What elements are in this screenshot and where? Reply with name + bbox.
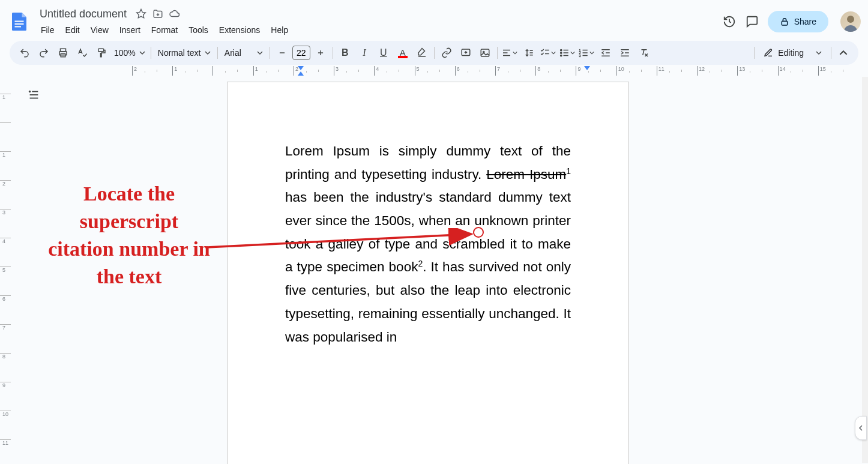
citation-superscript-1[interactable]: 1 xyxy=(566,166,571,175)
menu-help[interactable]: Help xyxy=(266,23,293,37)
vertical-ruler[interactable]: 1 1 2 3 4 5 6 7 8 9 10 11 12 13 xyxy=(0,76,11,464)
font-size-input[interactable] xyxy=(292,46,310,60)
horizontal-ruler[interactable]: 2 1 1 2 3 4 5 6 7 8 9 10 11 12 13 14 15 xyxy=(17,66,858,76)
print-button[interactable] xyxy=(54,44,72,62)
align-button[interactable] xyxy=(501,44,519,62)
menubar: File Edit View Insert Format Tools Exten… xyxy=(36,23,722,37)
collapse-toolbar-button[interactable] xyxy=(834,44,852,62)
bold-button[interactable]: B xyxy=(336,44,354,62)
avatar[interactable] xyxy=(840,11,861,32)
menu-file[interactable]: File xyxy=(36,23,59,37)
editing-label: Editing xyxy=(778,48,804,58)
insert-image-button[interactable] xyxy=(476,44,494,62)
menu-edit[interactable]: Edit xyxy=(61,23,85,37)
svg-rect-0 xyxy=(15,21,24,22)
svg-point-31 xyxy=(561,55,562,56)
redo-button[interactable] xyxy=(35,44,53,62)
svg-rect-16 xyxy=(481,49,489,56)
font-value: Arial xyxy=(225,48,241,58)
outline-toggle-button[interactable] xyxy=(24,85,43,104)
text-color-button[interactable]: A xyxy=(394,44,412,62)
indent-increase-button[interactable] xyxy=(616,44,634,62)
toolbar: 100% Normal text Arial B I U A 123 Editi… xyxy=(10,41,858,65)
strikethrough-text: Lorem Ipsum xyxy=(486,167,566,182)
indent-decrease-button[interactable] xyxy=(597,44,615,62)
comments-icon[interactable] xyxy=(745,14,759,29)
spellcheck-button[interactable] xyxy=(73,44,91,62)
checklist-button[interactable] xyxy=(539,44,557,62)
svg-rect-2 xyxy=(15,26,22,28)
star-icon[interactable] xyxy=(135,8,147,20)
right-indent-marker[interactable] xyxy=(584,66,590,70)
svg-point-29 xyxy=(561,52,562,53)
svg-rect-1 xyxy=(15,23,24,25)
bulleted-list-button[interactable] xyxy=(558,44,576,62)
menu-tools[interactable]: Tools xyxy=(184,23,213,37)
underline-button[interactable]: U xyxy=(375,44,393,62)
style-value: Normal text xyxy=(158,48,201,58)
svg-text:3: 3 xyxy=(579,54,581,58)
share-button[interactable]: Share xyxy=(768,11,828,32)
italic-button[interactable]: I xyxy=(355,44,373,62)
left-indent-marker[interactable] xyxy=(298,71,304,76)
menu-insert[interactable]: Insert xyxy=(115,23,145,37)
font-size-minus[interactable] xyxy=(273,44,291,62)
title-area: Untitled document File Edit View Insert … xyxy=(36,7,722,37)
font-select[interactable]: Arial xyxy=(221,48,267,58)
svg-point-5 xyxy=(847,16,854,23)
font-size-stepper xyxy=(273,44,330,62)
document-page[interactable]: Lorem Ipsum is simply dummy text of the … xyxy=(227,82,629,464)
docs-logo[interactable] xyxy=(7,10,31,34)
move-icon[interactable] xyxy=(152,8,164,20)
zoom-value: 100% xyxy=(114,48,136,58)
history-icon[interactable] xyxy=(722,14,737,29)
clear-formatting-button[interactable] xyxy=(635,44,653,62)
style-select[interactable]: Normal text xyxy=(154,48,214,58)
share-label: Share xyxy=(794,17,816,26)
first-line-indent-marker[interactable] xyxy=(298,66,304,70)
svg-rect-9 xyxy=(98,49,104,52)
header: Untitled document File Edit View Insert … xyxy=(0,0,868,38)
menu-extensions[interactable]: Extensions xyxy=(214,23,265,37)
expand-sidepanel-button[interactable] xyxy=(855,416,867,440)
zoom-select[interactable]: 100% xyxy=(112,48,148,58)
cloud-status-icon[interactable] xyxy=(169,8,181,20)
paint-format-button[interactable] xyxy=(92,44,110,62)
font-size-plus[interactable] xyxy=(312,44,330,62)
line-spacing-button[interactable] xyxy=(520,44,538,62)
document-body[interactable]: Lorem Ipsum is simply dummy text of the … xyxy=(228,82,628,349)
svg-marker-3 xyxy=(137,10,146,18)
numbered-list-button[interactable]: 123 xyxy=(577,44,595,62)
insert-link-button[interactable] xyxy=(438,44,456,62)
header-right: Share xyxy=(722,11,861,32)
menu-view[interactable]: View xyxy=(86,23,113,37)
canvas: 1 1 2 3 4 5 6 7 8 9 10 11 12 13 Lorem Ip… xyxy=(0,76,863,464)
highlight-button[interactable] xyxy=(413,44,431,62)
insert-comment-button[interactable] xyxy=(457,44,475,62)
menu-format[interactable]: Format xyxy=(146,23,182,37)
svg-rect-4 xyxy=(782,21,787,25)
svg-point-27 xyxy=(561,49,562,50)
undo-button[interactable] xyxy=(16,44,34,62)
vertical-scrollbar[interactable] xyxy=(862,77,868,463)
editing-mode-select[interactable]: Editing xyxy=(758,48,828,58)
svg-point-47 xyxy=(29,91,31,92)
document-title[interactable]: Untitled document xyxy=(36,7,130,22)
